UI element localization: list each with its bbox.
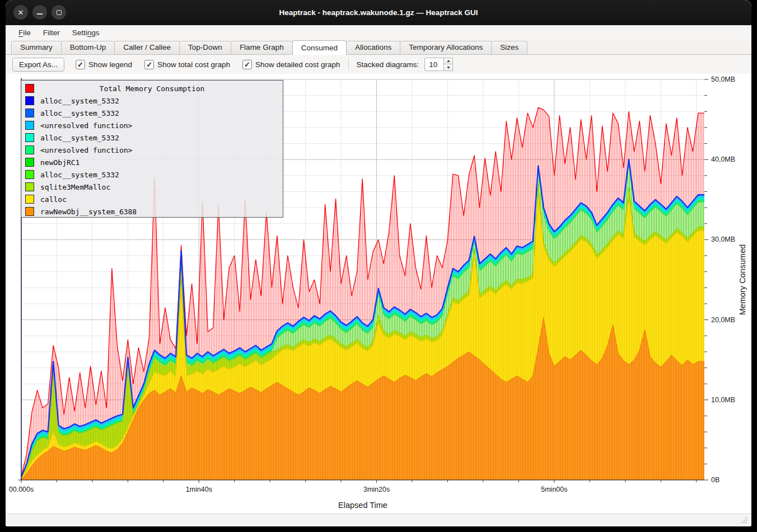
menu-bar: FileFilterSettings (6, 25, 751, 40)
tab-bottom-up[interactable]: Bottom-Up (61, 41, 115, 54)
legend-item-label: calloc (40, 195, 67, 204)
stacked-diagrams-value[interactable]: 10 (424, 58, 443, 71)
y-tick-label: 10,0MB (711, 396, 735, 404)
stacked-diagrams-spinbox[interactable]: 10 (424, 58, 453, 71)
toolbar: Export As... ✓Show legend✓Show total cos… (6, 55, 751, 74)
tab-summary[interactable]: Summary (11, 41, 62, 54)
title-bar[interactable]: ✕ Heaptrack - heaptrack.wakunode.1.gz — … (6, 0, 751, 25)
legend-color-swatch (25, 182, 34, 191)
legend-color-swatch (25, 133, 34, 142)
legend-item-label: newObjRC1 (40, 158, 80, 167)
tab-consumed[interactable]: Consumed (292, 40, 347, 55)
y-axis-title: Memory Consumed (738, 244, 747, 316)
checkbox-label: Show detailed cost graph (255, 60, 340, 69)
legend-color-swatch (25, 109, 34, 117)
legend-item-label: sqlite3MemMalloc (40, 183, 110, 191)
legend-item: rawNewObj__system_6388 (21, 205, 283, 218)
legend-item: calloc (21, 193, 283, 205)
legend-color-swatch (25, 145, 34, 154)
tab-caller-callee[interactable]: Caller / Callee (114, 41, 180, 54)
x-axis-title: Elapsed Time (338, 501, 387, 510)
legend-color-swatch (25, 195, 34, 204)
legend-item-label: rawNewObj__system_6388 (40, 208, 137, 216)
x-tick-label: 00.000s (9, 486, 34, 493)
legend-color-swatch (25, 207, 34, 216)
status-bar (6, 514, 751, 526)
y-tick-label: 30,0MB (711, 236, 735, 243)
x-tick-label: 3min20s (363, 486, 390, 493)
menu-item-filter[interactable]: Filter (37, 27, 66, 38)
legend-item-label: <unresolved function> (40, 146, 132, 154)
stacked-diagrams-label: Stacked diagrams: (357, 60, 419, 69)
window-title: Heaptrack - heaptrack.wakunode.1.gz — He… (6, 0, 751, 25)
legend-item-label: alloc__system_5332 (40, 109, 119, 117)
legend-color-swatch (25, 96, 34, 105)
legend-item: alloc__system_5332 (21, 131, 283, 144)
legend-item-label: alloc__system_5332 (40, 97, 119, 105)
resize-grip[interactable] (740, 516, 748, 524)
legend-item-label: alloc__system_5332 (40, 171, 119, 179)
checkbox-show-detailed-cost-graph[interactable]: ✓Show detailed cost graph (242, 60, 340, 69)
legend-item: <unresolved function> (21, 119, 283, 131)
legend-item: <unresolved function> (21, 144, 283, 156)
legend-title: Total Memory Consumption (21, 84, 283, 93)
legend-color-swatch (25, 121, 34, 130)
checkbox-icon: ✓ (76, 60, 85, 69)
spin-up-button[interactable] (443, 58, 453, 64)
menu-item-settings[interactable]: Settings (66, 27, 106, 38)
tab-flame-graph[interactable]: Flame Graph (231, 41, 293, 54)
legend-color-swatch (25, 170, 34, 179)
y-tick-label: 50,0MB (711, 76, 735, 83)
tab-top-down[interactable]: Top-Down (179, 41, 231, 54)
legend-item: alloc__system_5332 (21, 168, 283, 181)
checkbox-show-total-cost-graph[interactable]: ✓Show total cost graph (144, 60, 230, 69)
legend-item: alloc__system_5332 (21, 107, 283, 119)
spin-up-icon (447, 60, 450, 62)
tab-sizes[interactable]: Sizes (491, 41, 527, 54)
x-tick-label: 1min40s (186, 486, 212, 493)
tab-temporary-allocations[interactable]: Temporary Allocations (400, 41, 492, 54)
legend-item: alloc__system_5332 (21, 95, 283, 107)
spin-down-icon (447, 67, 450, 69)
legend-item: sqlite3MemMalloc (21, 181, 283, 193)
x-tick-label: 5min00s (541, 486, 567, 493)
y-tick-label: 0B (711, 476, 719, 484)
checkbox-icon: ✓ (242, 60, 252, 69)
tab-allocations[interactable]: Allocations (346, 41, 400, 54)
memory-consumed-chart[interactable]: 00.000s1min40s3min20s5min00s0B10,0MB20,0… (6, 74, 751, 514)
chart-legend: Total Memory Consumptionalloc__system_53… (21, 80, 283, 218)
legend-item-label: <unresolved function> (40, 121, 132, 130)
spin-down-button[interactable] (443, 64, 453, 71)
menu-item-file[interactable]: File (12, 27, 37, 38)
checkbox-show-legend[interactable]: ✓Show legend (76, 60, 132, 69)
export-as-button[interactable]: Export As... (12, 58, 64, 72)
checkbox-icon: ✓ (144, 60, 154, 69)
legend-title-row: Total Memory Consumption (21, 82, 283, 95)
checkbox-label: Show total cost graph (157, 60, 230, 69)
legend-item-label: alloc__system_5332 (40, 134, 119, 142)
tab-bar: SummaryBottom-UpCaller / CalleeTop-DownF… (6, 40, 751, 55)
checkbox-label: Show legend (88, 60, 132, 69)
legend-color-swatch (25, 158, 34, 167)
heaptrack-window: ✕ Heaptrack - heaptrack.wakunode.1.gz — … (6, 0, 751, 526)
legend-item: newObjRC1 (21, 156, 283, 168)
toolbar-separator (348, 59, 349, 70)
y-tick-label: 20,0MB (711, 316, 735, 324)
y-tick-label: 40,0MB (711, 156, 735, 163)
